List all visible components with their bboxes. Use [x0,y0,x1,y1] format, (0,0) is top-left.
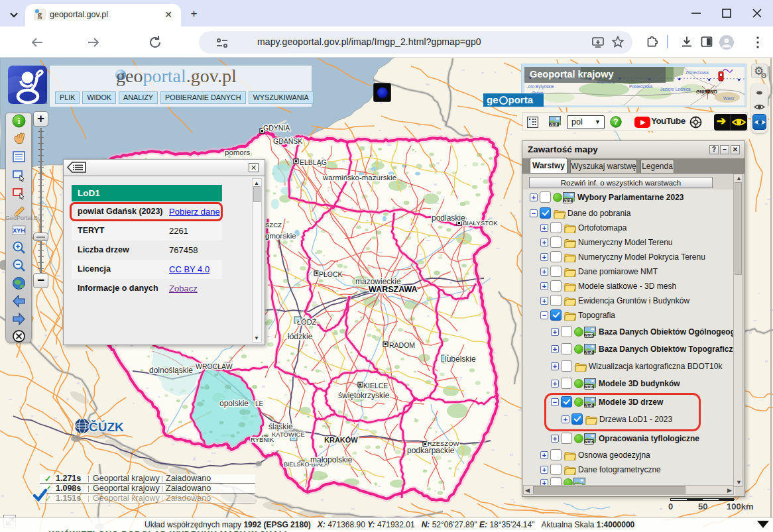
svg-text:RYBNIK: RYBNIK [251,436,274,443]
svg-text:śląskie: śląskie [268,422,293,431]
svg-text:opolskie: opolskie [219,399,249,408]
svg-text:wms: wms [584,350,594,354]
svg-text:pomors: pomors [225,148,251,156]
svg-text:ELBLĄG: ELBLĄG [300,158,327,166]
svg-text:PŁOCK: PŁOCK [319,270,343,278]
svg-text:GDYNIA: GDYNIA [263,124,290,132]
svg-text:Zdziechowa: Zdziechowa [685,70,709,75]
svg-text:..oro Bytyńskie: ..oro Bytyńskie [526,84,554,89]
svg-text:podkarpackie: podkarpackie [407,446,455,455]
svg-text:podlaskie: podlaskie [432,213,465,223]
svg-text:ČÚZK: ČÚZK [89,420,124,434]
svg-text:RADOM: RADOM [389,341,415,349]
svg-text:?: ? [613,117,618,127]
svg-text:lubelskie: lubelskie [445,354,476,364]
svg-text:wms: wms [584,384,594,389]
svg-text:mazowieckie: mazowieckie [355,277,401,286]
svg-text:gmorskie: gmorskie [265,232,296,240]
svg-text:SZCZ: SZCZ [265,221,282,229]
svg-text:świętokrzyskie: świętokrzyskie [338,391,390,400]
svg-text:wms: wms [563,198,573,203]
svg-text:wms: wms [584,439,594,444]
svg-text:KIELCE: KIELCE [363,382,388,390]
svg-text:GDAŃSK: GDAŃSK [273,137,302,145]
svg-text:WROCŁAW: WROCŁAW [196,362,233,370]
svg-text:Jezioro Lednica: Jezioro Lednica [660,87,691,91]
svg-text:łódzkie: łódzkie [288,332,313,341]
svg-text:LE: LE [255,400,264,407]
svg-text:⚙: ⚙ [760,72,767,79]
svg-text:wms: wms [549,122,559,127]
svg-text:ŁÓDŹ: ŁÓDŹ [297,318,317,326]
svg-text:KRAKÓW: KRAKÓW [324,436,358,444]
svg-text:Pobiedziska: Pobiedziska [629,84,652,89]
svg-text:GNIEZNO: GNIEZNO [696,89,717,94]
svg-text:dolnośląskie: dolnośląskie [149,366,193,375]
svg-text:KATOWICE: KATOWICE [272,431,305,438]
svg-text:wms: wms [584,333,594,337]
svg-text:warmińsko-mazurskie: warmińsko-mazurskie [322,174,396,182]
svg-text:małopolskie: małopolskie [310,455,353,464]
svg-text:WARSZAWA: WARSZAWA [369,285,418,294]
svg-text:i: i [18,116,21,126]
svg-text:BIAŁYSTOK: BIAŁYSTOK [463,219,498,227]
svg-text:Wierz: Wierz [723,96,735,101]
svg-text:XYH: XYH [13,227,25,234]
